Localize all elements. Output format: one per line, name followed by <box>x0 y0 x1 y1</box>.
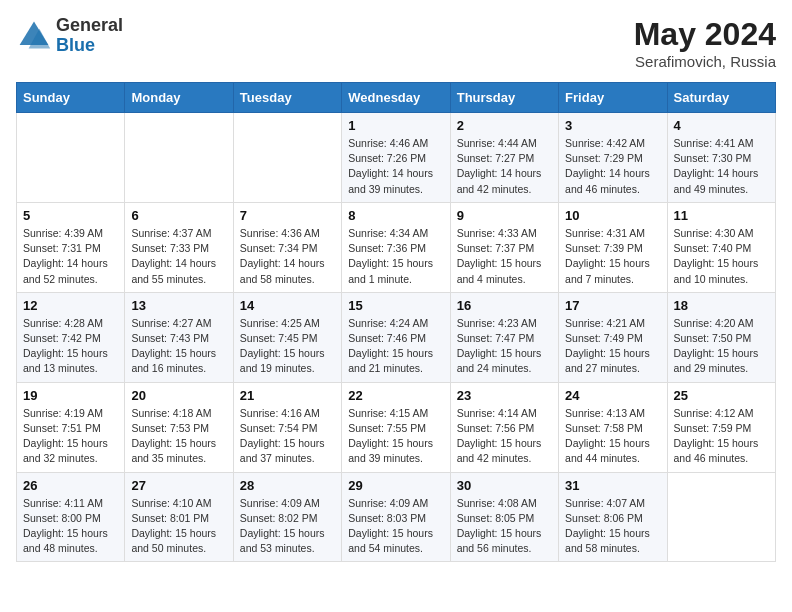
day-number: 28 <box>240 478 335 493</box>
day-cell: 8Sunrise: 4:34 AM Sunset: 7:36 PM Daylig… <box>342 202 450 292</box>
day-cell: 2Sunrise: 4:44 AM Sunset: 7:27 PM Daylig… <box>450 113 558 203</box>
day-number: 30 <box>457 478 552 493</box>
day-cell: 11Sunrise: 4:30 AM Sunset: 7:40 PM Dayli… <box>667 202 775 292</box>
day-info: Sunrise: 4:11 AM Sunset: 8:00 PM Dayligh… <box>23 496 118 557</box>
day-cell: 9Sunrise: 4:33 AM Sunset: 7:37 PM Daylig… <box>450 202 558 292</box>
logo-general-text: General <box>56 16 123 36</box>
day-cell: 13Sunrise: 4:27 AM Sunset: 7:43 PM Dayli… <box>125 292 233 382</box>
day-info: Sunrise: 4:09 AM Sunset: 8:03 PM Dayligh… <box>348 496 443 557</box>
day-info: Sunrise: 4:23 AM Sunset: 7:47 PM Dayligh… <box>457 316 552 377</box>
day-number: 17 <box>565 298 660 313</box>
day-cell: 31Sunrise: 4:07 AM Sunset: 8:06 PM Dayli… <box>559 472 667 562</box>
day-cell: 17Sunrise: 4:21 AM Sunset: 7:49 PM Dayli… <box>559 292 667 382</box>
day-info: Sunrise: 4:30 AM Sunset: 7:40 PM Dayligh… <box>674 226 769 287</box>
day-info: Sunrise: 4:46 AM Sunset: 7:26 PM Dayligh… <box>348 136 443 197</box>
day-cell: 24Sunrise: 4:13 AM Sunset: 7:58 PM Dayli… <box>559 382 667 472</box>
day-number: 29 <box>348 478 443 493</box>
logo-blue-text: Blue <box>56 36 123 56</box>
weekday-row: SundayMondayTuesdayWednesdayThursdayFrid… <box>17 83 776 113</box>
day-number: 18 <box>674 298 769 313</box>
calendar-header: SundayMondayTuesdayWednesdayThursdayFrid… <box>17 83 776 113</box>
day-info: Sunrise: 4:14 AM Sunset: 7:56 PM Dayligh… <box>457 406 552 467</box>
day-info: Sunrise: 4:34 AM Sunset: 7:36 PM Dayligh… <box>348 226 443 287</box>
day-cell: 30Sunrise: 4:08 AM Sunset: 8:05 PM Dayli… <box>450 472 558 562</box>
calendar-body: 1Sunrise: 4:46 AM Sunset: 7:26 PM Daylig… <box>17 113 776 562</box>
day-number: 6 <box>131 208 226 223</box>
day-info: Sunrise: 4:25 AM Sunset: 7:45 PM Dayligh… <box>240 316 335 377</box>
month-year-title: May 2024 <box>634 16 776 53</box>
day-info: Sunrise: 4:16 AM Sunset: 7:54 PM Dayligh… <box>240 406 335 467</box>
day-info: Sunrise: 4:19 AM Sunset: 7:51 PM Dayligh… <box>23 406 118 467</box>
day-info: Sunrise: 4:20 AM Sunset: 7:50 PM Dayligh… <box>674 316 769 377</box>
weekday-header-tuesday: Tuesday <box>233 83 341 113</box>
day-number: 13 <box>131 298 226 313</box>
day-info: Sunrise: 4:18 AM Sunset: 7:53 PM Dayligh… <box>131 406 226 467</box>
logo-text: General Blue <box>56 16 123 56</box>
weekday-header-friday: Friday <box>559 83 667 113</box>
day-number: 4 <box>674 118 769 133</box>
week-row-5: 26Sunrise: 4:11 AM Sunset: 8:00 PM Dayli… <box>17 472 776 562</box>
day-cell: 25Sunrise: 4:12 AM Sunset: 7:59 PM Dayli… <box>667 382 775 472</box>
day-info: Sunrise: 4:21 AM Sunset: 7:49 PM Dayligh… <box>565 316 660 377</box>
day-number: 20 <box>131 388 226 403</box>
day-number: 21 <box>240 388 335 403</box>
day-info: Sunrise: 4:36 AM Sunset: 7:34 PM Dayligh… <box>240 226 335 287</box>
day-number: 12 <box>23 298 118 313</box>
day-cell: 28Sunrise: 4:09 AM Sunset: 8:02 PM Dayli… <box>233 472 341 562</box>
day-cell <box>233 113 341 203</box>
logo: General Blue <box>16 16 123 56</box>
day-number: 9 <box>457 208 552 223</box>
day-number: 8 <box>348 208 443 223</box>
day-cell: 3Sunrise: 4:42 AM Sunset: 7:29 PM Daylig… <box>559 113 667 203</box>
day-info: Sunrise: 4:13 AM Sunset: 7:58 PM Dayligh… <box>565 406 660 467</box>
week-row-2: 5Sunrise: 4:39 AM Sunset: 7:31 PM Daylig… <box>17 202 776 292</box>
title-block: May 2024 Serafimovich, Russia <box>634 16 776 70</box>
day-info: Sunrise: 4:15 AM Sunset: 7:55 PM Dayligh… <box>348 406 443 467</box>
day-number: 5 <box>23 208 118 223</box>
day-number: 11 <box>674 208 769 223</box>
logo-icon <box>16 18 52 54</box>
day-info: Sunrise: 4:10 AM Sunset: 8:01 PM Dayligh… <box>131 496 226 557</box>
day-info: Sunrise: 4:31 AM Sunset: 7:39 PM Dayligh… <box>565 226 660 287</box>
day-number: 31 <box>565 478 660 493</box>
day-cell <box>125 113 233 203</box>
day-cell: 5Sunrise: 4:39 AM Sunset: 7:31 PM Daylig… <box>17 202 125 292</box>
day-info: Sunrise: 4:33 AM Sunset: 7:37 PM Dayligh… <box>457 226 552 287</box>
day-number: 10 <box>565 208 660 223</box>
day-number: 2 <box>457 118 552 133</box>
day-info: Sunrise: 4:39 AM Sunset: 7:31 PM Dayligh… <box>23 226 118 287</box>
day-number: 23 <box>457 388 552 403</box>
week-row-3: 12Sunrise: 4:28 AM Sunset: 7:42 PM Dayli… <box>17 292 776 382</box>
day-cell: 19Sunrise: 4:19 AM Sunset: 7:51 PM Dayli… <box>17 382 125 472</box>
day-cell: 16Sunrise: 4:23 AM Sunset: 7:47 PM Dayli… <box>450 292 558 382</box>
day-number: 22 <box>348 388 443 403</box>
day-info: Sunrise: 4:27 AM Sunset: 7:43 PM Dayligh… <box>131 316 226 377</box>
day-cell: 4Sunrise: 4:41 AM Sunset: 7:30 PM Daylig… <box>667 113 775 203</box>
day-cell: 18Sunrise: 4:20 AM Sunset: 7:50 PM Dayli… <box>667 292 775 382</box>
day-number: 14 <box>240 298 335 313</box>
weekday-header-thursday: Thursday <box>450 83 558 113</box>
day-info: Sunrise: 4:12 AM Sunset: 7:59 PM Dayligh… <box>674 406 769 467</box>
day-cell: 12Sunrise: 4:28 AM Sunset: 7:42 PM Dayli… <box>17 292 125 382</box>
day-info: Sunrise: 4:42 AM Sunset: 7:29 PM Dayligh… <box>565 136 660 197</box>
day-info: Sunrise: 4:07 AM Sunset: 8:06 PM Dayligh… <box>565 496 660 557</box>
calendar-table: SundayMondayTuesdayWednesdayThursdayFrid… <box>16 82 776 562</box>
day-cell: 14Sunrise: 4:25 AM Sunset: 7:45 PM Dayli… <box>233 292 341 382</box>
day-cell: 15Sunrise: 4:24 AM Sunset: 7:46 PM Dayli… <box>342 292 450 382</box>
location-subtitle: Serafimovich, Russia <box>634 53 776 70</box>
day-cell: 21Sunrise: 4:16 AM Sunset: 7:54 PM Dayli… <box>233 382 341 472</box>
weekday-header-monday: Monday <box>125 83 233 113</box>
day-info: Sunrise: 4:08 AM Sunset: 8:05 PM Dayligh… <box>457 496 552 557</box>
day-info: Sunrise: 4:44 AM Sunset: 7:27 PM Dayligh… <box>457 136 552 197</box>
week-row-4: 19Sunrise: 4:19 AM Sunset: 7:51 PM Dayli… <box>17 382 776 472</box>
day-number: 16 <box>457 298 552 313</box>
day-cell: 10Sunrise: 4:31 AM Sunset: 7:39 PM Dayli… <box>559 202 667 292</box>
day-info: Sunrise: 4:28 AM Sunset: 7:42 PM Dayligh… <box>23 316 118 377</box>
day-cell <box>667 472 775 562</box>
day-cell: 7Sunrise: 4:36 AM Sunset: 7:34 PM Daylig… <box>233 202 341 292</box>
weekday-header-sunday: Sunday <box>17 83 125 113</box>
day-cell: 26Sunrise: 4:11 AM Sunset: 8:00 PM Dayli… <box>17 472 125 562</box>
day-cell: 6Sunrise: 4:37 AM Sunset: 7:33 PM Daylig… <box>125 202 233 292</box>
day-cell: 29Sunrise: 4:09 AM Sunset: 8:03 PM Dayli… <box>342 472 450 562</box>
weekday-header-saturday: Saturday <box>667 83 775 113</box>
